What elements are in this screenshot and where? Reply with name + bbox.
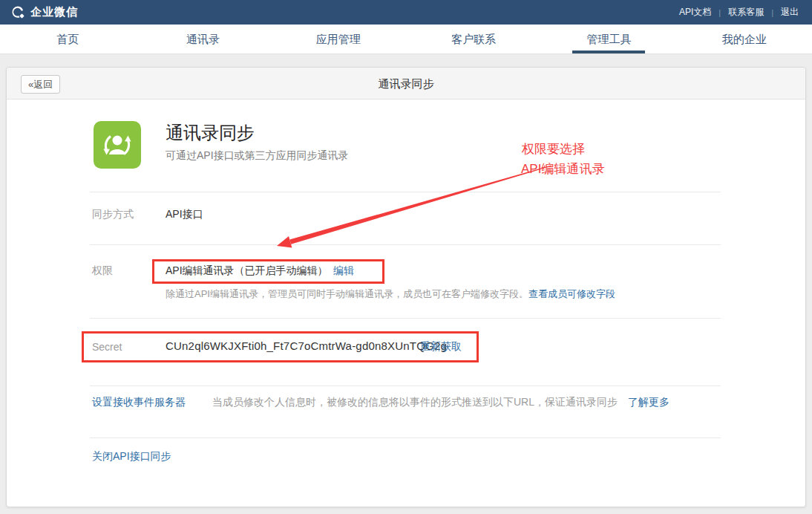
- tab-label: 首页: [56, 33, 79, 45]
- tab-customer-contact[interactable]: 客户联系: [406, 25, 541, 53]
- divider: [90, 318, 721, 319]
- main-nav: 首页 通讯录 应用管理 客户联系 管理工具 我的企业: [0, 25, 812, 54]
- divider: [90, 437, 721, 438]
- app-title: 通讯录同步: [166, 121, 255, 145]
- separator: |: [771, 8, 773, 17]
- panel-title: 通讯录同步: [7, 77, 805, 91]
- permission-help-text: 除通过API编辑通讯录，管理员可同时手动编辑通讯录，成员也可在客户端修改字段。查…: [166, 287, 615, 301]
- learn-more-link[interactable]: 了解更多: [628, 396, 669, 409]
- event-server-description: 当成员修改个人信息时，被修改的信息将以事件的形式推送到以下URL，保证通讯录同步: [212, 396, 618, 409]
- sync-method-value: API接口: [166, 208, 203, 221]
- separator: |: [718, 8, 721, 17]
- tab-label: 通讯录: [186, 33, 220, 45]
- divider: [90, 386, 721, 386]
- annotation-line2: API编辑通讯录: [521, 160, 604, 178]
- permission-label: 权限: [92, 264, 113, 278]
- permission-highlight-box: [152, 259, 384, 284]
- tab-home[interactable]: 首页: [0, 25, 135, 53]
- tab-label: 管理工具: [586, 33, 631, 45]
- logout-link[interactable]: 退出: [778, 6, 802, 19]
- logo-text: 企业微信: [30, 5, 78, 19]
- topbar: 企业微信 API文档 | 联系客服 | 退出: [0, 0, 812, 25]
- tab-contacts[interactable]: 通讯录: [135, 25, 270, 53]
- tab-label: 我的企业: [722, 33, 767, 45]
- sync-method-label: 同步方式: [92, 208, 134, 221]
- tab-label: 客户联系: [451, 33, 496, 45]
- tab-admin-tools[interactable]: 管理工具: [541, 25, 676, 53]
- contact-sync-panel: «返回 通讯录同步 通讯录同步 可通过API接口或第三方应用同步通讯录 同步方式…: [6, 67, 806, 507]
- contact-support-link[interactable]: 联系客服: [725, 6, 767, 19]
- permission-help-body: 除通过API编辑通讯录，管理员可同时手动编辑通讯录，成员也可在客户端修改字段。: [166, 288, 528, 299]
- event-server-row: 设置接收事件服务器 当成员修改个人信息时，被修改的信息将以事件的形式推送到以下U…: [92, 396, 669, 409]
- wechat-work-logo[interactable]: 企业微信: [10, 4, 78, 21]
- divider: [90, 192, 721, 192]
- topbar-links: API文档 | 联系客服 | 退出: [676, 6, 802, 19]
- tab-my-company[interactable]: 我的企业: [677, 25, 812, 53]
- contact-sync-app-icon: [94, 121, 141, 169]
- active-tab-underline: [572, 51, 645, 53]
- app-description: 可通过API接口或第三方应用同步通讯录: [166, 149, 349, 163]
- panel-header: «返回 通讯录同步: [7, 68, 805, 100]
- view-editable-fields-link[interactable]: 查看成员可修改字段: [528, 288, 615, 299]
- api-docs-link[interactable]: API文档: [676, 6, 714, 19]
- chat-bubble-icon: [10, 4, 30, 21]
- divider: [90, 244, 721, 245]
- secret-highlight-box: [82, 331, 479, 362]
- tab-app-management[interactable]: 应用管理: [271, 25, 406, 53]
- set-event-server-link[interactable]: 设置接收事件服务器: [92, 396, 186, 409]
- tab-label: 应用管理: [316, 33, 361, 45]
- close-api-sync-link[interactable]: 关闭API接口同步: [92, 450, 171, 463]
- annotation-line1: 权限要选择: [522, 140, 585, 157]
